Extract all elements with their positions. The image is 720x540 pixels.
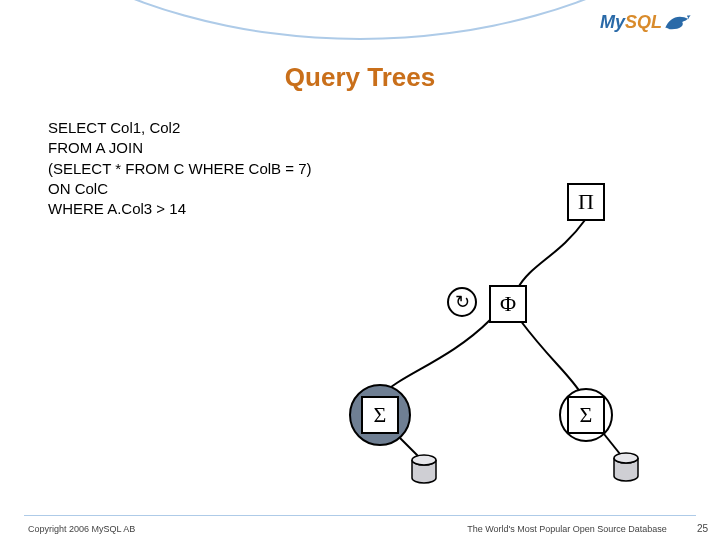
- sql-line: (SELECT * FROM C WHERE ColB = 7): [48, 159, 312, 179]
- edge-phi-sigma-left: [382, 320, 490, 395]
- project-symbol: Π: [578, 189, 594, 214]
- sql-line: FROM A JOIN: [48, 138, 312, 158]
- edge-sigma-right-cyl: [604, 434, 620, 454]
- edge-sigma-left-cyl: [400, 438, 418, 456]
- logo-part-my: My: [600, 12, 625, 33]
- tagline-text: The World's Most Popular Open Source Dat…: [467, 524, 667, 534]
- sql-line: WHERE A.Col3 > 14: [48, 199, 312, 219]
- sql-line: SELECT Col1, Col2: [48, 118, 312, 138]
- svg-point-1: [614, 453, 638, 463]
- storage-cylinder-right: [614, 453, 638, 481]
- page-number: 25: [697, 523, 708, 534]
- sql-query-block: SELECT Col1, Col2 FROM A JOIN (SELECT * …: [48, 118, 312, 219]
- refresh-icon: ↻: [455, 292, 470, 312]
- footer-divider: [24, 515, 696, 516]
- edge-phi-sigma-right: [520, 320, 582, 395]
- sql-line: ON ColC: [48, 179, 312, 199]
- slide-title: Query Trees: [0, 62, 720, 93]
- edge-pi-phi: [518, 220, 585, 288]
- mysql-logo: My SQL: [600, 12, 692, 33]
- filter-symbol: Φ: [500, 291, 516, 316]
- dolphin-icon: [664, 12, 692, 32]
- storage-cylinder-left: [412, 455, 436, 483]
- logo-part-sql: SQL: [625, 12, 662, 33]
- sigma-left-symbol: Σ: [374, 402, 387, 427]
- footer: Copyright 2006 MySQL AB The World's Most…: [28, 523, 708, 534]
- query-tree-diagram: Π ↻ Φ Σ Σ: [300, 160, 680, 490]
- sigma-right-symbol: Σ: [580, 402, 593, 427]
- svg-point-0: [412, 455, 436, 465]
- copyright-text: Copyright 2006 MySQL AB: [28, 524, 135, 534]
